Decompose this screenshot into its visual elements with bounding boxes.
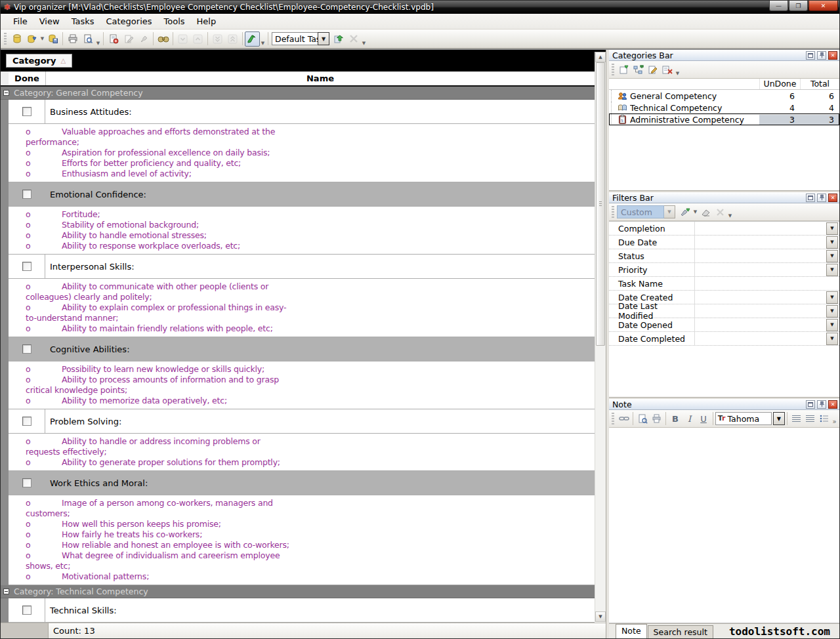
task-done-checkbox[interactable] xyxy=(22,262,32,271)
task-row[interactable]: Technical Skills: xyxy=(9,598,595,623)
note-text-area[interactable] xyxy=(609,428,839,623)
restore-button[interactable]: ❐ xyxy=(789,1,808,11)
close-panel-button[interactable]: ✕ xyxy=(828,51,837,60)
filter-row-priority[interactable]: Priority ▼ xyxy=(609,263,839,277)
total-column-header[interactable]: Total xyxy=(800,79,839,89)
task-row[interactable]: Work Ethics and Moral: xyxy=(9,471,595,495)
print-preview-button[interactable] xyxy=(80,31,95,47)
toolbar-grip[interactable] xyxy=(4,33,7,45)
task-done-checkbox[interactable] xyxy=(22,606,32,615)
name-column-header[interactable]: Name xyxy=(46,72,595,85)
filter-value[interactable] xyxy=(695,318,826,331)
task-row[interactable]: Interpersonal Skills: xyxy=(9,255,595,279)
filter-value[interactable] xyxy=(695,304,826,318)
menu-tasks[interactable]: Tasks xyxy=(66,14,100,28)
close-panel-button[interactable]: ✕ xyxy=(828,400,837,409)
minimize-panel-button[interactable] xyxy=(806,400,815,409)
filter-dropdown-icon[interactable]: ▼ xyxy=(826,319,838,331)
filter-row-completion[interactable]: Completion ▼ xyxy=(609,222,839,236)
new-database-button[interactable] xyxy=(9,31,24,47)
notes-view-caret-icon[interactable]: ▼ xyxy=(260,41,266,48)
bullet-list-button[interactable] xyxy=(818,411,831,426)
bold-button[interactable]: B xyxy=(668,411,682,426)
group-header-row[interactable]: Category: Technical Competency xyxy=(1,585,595,598)
task-template-combo[interactable]: Default Task ▼ xyxy=(272,32,329,45)
collapse-minus-icon[interactable] xyxy=(3,588,9,594)
font-family-dropdown-icon[interactable]: ▼ xyxy=(773,412,785,425)
italic-button[interactable]: I xyxy=(682,411,696,426)
pin-panel-button[interactable] xyxy=(817,51,826,60)
menu-categories[interactable]: Categories xyxy=(100,14,158,28)
filter-value[interactable] xyxy=(695,263,826,276)
apply-template-button[interactable] xyxy=(331,31,346,47)
move-up-button[interactable] xyxy=(190,31,205,47)
print-button[interactable] xyxy=(65,31,80,47)
scroll-down-icon[interactable]: ▼ xyxy=(595,611,606,622)
edit-category-button[interactable] xyxy=(646,62,660,77)
filter-row-due-date[interactable]: Due Date ▼ xyxy=(609,236,839,249)
done-column-header[interactable]: Done xyxy=(9,72,45,85)
menu-file[interactable]: File xyxy=(7,14,33,28)
filter-row-status[interactable]: Status ▼ xyxy=(609,249,839,263)
filter-dropdown-icon[interactable]: ▼ xyxy=(826,222,838,235)
apply-filter-caret-icon[interactable]: ▼ xyxy=(692,209,698,215)
task-row[interactable]: Cognitive Abilities: xyxy=(9,337,595,361)
find-button[interactable] xyxy=(156,31,171,47)
pin-panel-button[interactable] xyxy=(817,194,826,202)
task-done-checkbox[interactable] xyxy=(22,478,32,487)
notes-view-toggle[interactable] xyxy=(245,31,260,47)
filter-row-date-last-modified[interactable]: Date Last Modified ▼ xyxy=(609,304,839,318)
category-row-administrative[interactable]: 5 Administrative Competency 3 3 xyxy=(609,113,839,125)
vertical-scrollbar[interactable]: ▲ ▼ xyxy=(595,52,606,622)
filter-dropdown-icon[interactable]: ▼ xyxy=(826,264,838,276)
menu-help[interactable]: Help xyxy=(191,14,222,28)
new-subcategory-button[interactable] xyxy=(631,62,646,77)
new-task-button[interactable] xyxy=(106,31,121,47)
open-database-dropdown-icon[interactable]: ▼ xyxy=(39,36,45,41)
filter-row-date-completed[interactable]: Date Completed ▼ xyxy=(609,332,839,346)
task-row[interactable]: Business Attitudes: xyxy=(9,100,595,124)
move-bottom-button[interactable] xyxy=(210,31,225,47)
minimize-panel-button[interactable] xyxy=(806,51,815,60)
filter-dropdown-icon[interactable]: ▼ xyxy=(826,305,838,318)
open-database-button[interactable] xyxy=(24,31,39,47)
filter-value[interactable] xyxy=(695,332,826,345)
filter-preset-value[interactable]: Custom xyxy=(617,205,664,218)
scroll-up-icon[interactable]: ▲ xyxy=(595,52,606,62)
clear-filter-button[interactable] xyxy=(698,205,713,219)
category-row-technical[interactable]: Technical Competency 4 4 xyxy=(609,102,839,113)
font-family-combo[interactable]: Tr Tahoma ▼ xyxy=(715,412,785,425)
font-family-value[interactable]: Tahoma xyxy=(728,414,760,424)
move-top-button[interactable] xyxy=(225,31,240,47)
close-panel-button[interactable]: ✕ xyxy=(828,194,837,202)
filter-value[interactable] xyxy=(695,249,826,262)
task-template-dropdown-icon[interactable]: ▼ xyxy=(318,32,329,45)
minimize-panel-button[interactable] xyxy=(806,194,815,202)
group-header-row[interactable]: Category: General Competency xyxy=(1,87,595,100)
note-preview-button[interactable] xyxy=(635,411,649,426)
tab-search-result[interactable]: Search result xyxy=(648,625,713,638)
toolbar-overflow-caret-icon[interactable]: ▼ xyxy=(361,41,367,48)
filter-preset-combo[interactable]: Custom ▼ xyxy=(617,205,675,218)
sort-category-button[interactable]: Category △ xyxy=(6,54,72,68)
task-tools-button[interactable] xyxy=(136,31,151,47)
filter-row-task-name[interactable]: Task Name xyxy=(609,277,839,291)
tab-note[interactable]: Note xyxy=(616,624,647,638)
close-button[interactable]: ✕ xyxy=(808,1,838,11)
filter-dropdown-icon[interactable]: ▼ xyxy=(826,291,838,304)
apply-filter-button[interactable] xyxy=(678,205,692,219)
filter-row-date-opened[interactable]: Date Opened ▼ xyxy=(609,318,839,332)
task-done-checkbox[interactable] xyxy=(22,190,32,199)
task-done-checkbox[interactable] xyxy=(22,417,32,426)
toolbar-grip[interactable] xyxy=(612,206,614,218)
toolbar-grip[interactable] xyxy=(612,413,614,424)
filter-value[interactable] xyxy=(695,222,826,235)
toolbar-grip[interactable] xyxy=(612,64,614,75)
print-overflow-caret-icon[interactable]: ▼ xyxy=(95,41,101,48)
filter-dropdown-icon[interactable]: ▼ xyxy=(826,236,838,249)
scrollbar-thumb[interactable] xyxy=(596,62,605,346)
edit-task-button[interactable] xyxy=(121,31,136,47)
category-row-general[interactable]: General Competency 6 6 xyxy=(609,90,839,102)
underline-button[interactable]: U xyxy=(696,411,710,426)
delete-category-button[interactable] xyxy=(660,62,675,77)
